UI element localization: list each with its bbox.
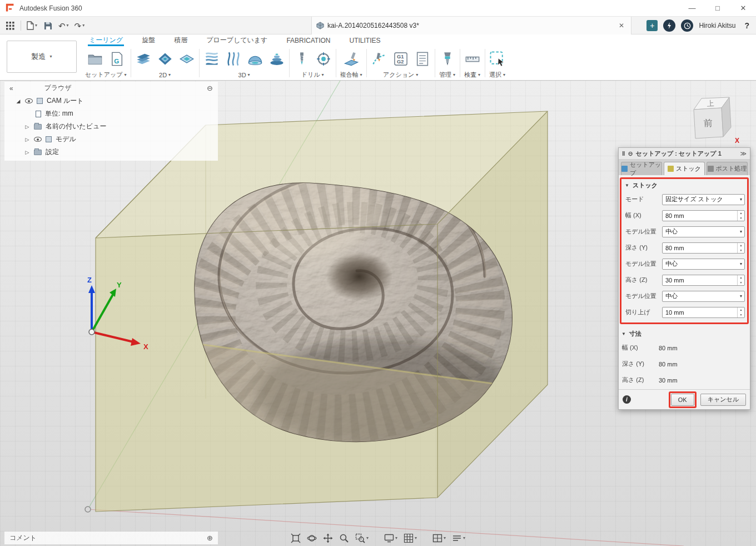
grid-and-snaps-button[interactable]: ▾: [402, 532, 419, 544]
add-comment-icon[interactable]: ⊕: [207, 534, 213, 542]
redo-button[interactable]: ↷ ▾: [73, 18, 87, 33]
drill-button[interactable]: [294, 51, 310, 67]
visibility-eye-icon[interactable]: [34, 137, 42, 142]
close-document-button[interactable]: ✕: [616, 21, 626, 31]
stepper-arrows[interactable]: ▲ ▼: [737, 307, 744, 317]
tab-utilities[interactable]: UTILITIES: [349, 34, 382, 46]
model-position-z-select[interactable]: 中心 ▾: [662, 291, 745, 302]
stepper-arrows[interactable]: ▲ ▼: [737, 243, 744, 253]
app-grid-button[interactable]: [3, 18, 17, 33]
model-position-y-select[interactable]: 中心 ▾: [662, 259, 745, 270]
stock-height-spinner[interactable]: 30 mm ▲ ▼: [662, 275, 745, 286]
expand-arrow-icon[interactable]: ▷: [24, 150, 30, 155]
fit-view-button[interactable]: [289, 532, 302, 544]
save-button[interactable]: [41, 18, 54, 33]
extensions-button[interactable]: [663, 19, 675, 32]
expand-dialog-icon[interactable]: ≫: [740, 150, 747, 157]
section-collapse-icon[interactable]: ▼: [621, 331, 626, 336]
3d-parallel-button[interactable]: [225, 51, 242, 67]
stepper-up-icon[interactable]: ▲: [738, 211, 744, 216]
help-button[interactable]: ?: [741, 21, 753, 30]
tree-item-settings[interactable]: ▷ 設定: [4, 146, 218, 158]
view-cube[interactable]: 上 前 X: [679, 88, 746, 150]
group-label-select[interactable]: 選択 ▾: [489, 71, 505, 79]
job-status-button[interactable]: [681, 19, 693, 32]
group-label-inspect[interactable]: 検査 ▾: [464, 71, 480, 79]
tree-item-cam-root[interactable]: ◢ CAM ルート: [4, 95, 218, 107]
visibility-eye-icon[interactable]: [25, 98, 33, 103]
3d-scallop-button[interactable]: [247, 51, 263, 67]
model-position-x-select[interactable]: 中心 ▾: [662, 226, 745, 237]
stepper-down-icon[interactable]: ▼: [738, 312, 744, 317]
group-label-drill[interactable]: ドリル ▾: [301, 71, 324, 79]
new-tab-button[interactable]: +: [646, 20, 658, 31]
file-menu-button[interactable]: ▾: [25, 18, 39, 33]
stepper-up-icon[interactable]: ▲: [738, 307, 744, 312]
post-process-button[interactable]: G1 G2: [392, 51, 409, 67]
bore-button[interactable]: [315, 51, 332, 67]
dialog-tab-stock[interactable]: ストック: [664, 162, 705, 175]
minimize-browser-icon[interactable]: ⊖: [207, 84, 213, 92]
2d-pocket-button[interactable]: [157, 51, 173, 67]
expand-arrow-icon[interactable]: ▷: [24, 137, 30, 142]
viewports-button[interactable]: ▾: [431, 532, 447, 544]
stepper-down-icon[interactable]: ▼: [738, 216, 744, 221]
workspace-switcher[interactable]: 製造 ▾: [7, 41, 77, 73]
dimensions-section-header[interactable]: ▼ 寸法: [619, 327, 750, 340]
group-label-setup[interactable]: セットアップ ▾: [85, 71, 127, 79]
tab-milling[interactable]: ミーリング: [88, 34, 124, 46]
simulate-button[interactable]: [371, 51, 387, 67]
pan-button[interactable]: [321, 532, 335, 544]
group-label-3d[interactable]: 3D ▾: [238, 71, 250, 79]
expand-arrow-icon[interactable]: ◢: [16, 98, 21, 104]
new-folder-gcode-button[interactable]: G: [108, 51, 125, 67]
tree-item-named-views[interactable]: ▷ 名前の付いたビュー: [4, 120, 218, 133]
group-label-manage[interactable]: 管理 ▾: [439, 71, 455, 79]
comment-bar[interactable]: コメント ⊕: [4, 532, 218, 544]
zoom-window-button[interactable]: ▾: [354, 532, 370, 544]
stock-section-header[interactable]: ▼ ストック: [622, 179, 747, 191]
collapse-dialog-icon[interactable]: ⊖: [628, 150, 633, 157]
close-button[interactable]: ✕: [730, 0, 756, 16]
select-button[interactable]: [489, 51, 506, 67]
document-tab[interactable]: kai-A.20140205162443508 v3* ✕: [311, 17, 631, 34]
stepper-arrows[interactable]: ▲ ▼: [737, 211, 744, 221]
stepper-arrows[interactable]: ▲ ▼: [737, 275, 744, 285]
2d-contour-button[interactable]: [178, 51, 195, 67]
setup-sheet-button[interactable]: [414, 51, 431, 67]
stepper-down-icon[interactable]: ▼: [738, 248, 744, 253]
user-account-button[interactable]: Hiroki Akitsu: [699, 22, 735, 29]
info-icon[interactable]: i: [623, 395, 631, 404]
tab-additive[interactable]: 積層: [173, 34, 188, 46]
measure-button[interactable]: [464, 51, 481, 67]
dialog-header[interactable]: ‖ ⊖ セットアップ : セットアップ 1 ≫: [619, 148, 750, 160]
stepper-up-icon[interactable]: ▲: [738, 275, 744, 280]
zoom-button[interactable]: [337, 532, 351, 544]
group-label-actions[interactable]: アクション ▾: [383, 71, 418, 79]
tab-fabrication[interactable]: FABRICATION: [285, 34, 331, 46]
dialog-tab-post[interactable]: ポスト処理: [707, 162, 748, 175]
display-settings-button[interactable]: ▾: [382, 532, 399, 544]
tree-item-models[interactable]: ▷ モデル: [4, 133, 218, 146]
stock-mode-select[interactable]: 固定サイズ ストック ▾: [662, 194, 745, 205]
stock-depth-spinner[interactable]: 80 mm ▲ ▼: [662, 242, 745, 254]
tab-turning[interactable]: 旋盤: [141, 34, 156, 46]
expand-arrow-icon[interactable]: ▷: [24, 124, 30, 130]
2d-adaptive-button[interactable]: [135, 51, 152, 67]
free-orbit-button[interactable]: [305, 532, 319, 544]
group-label-multiaxis[interactable]: 複合軸 ▾: [340, 71, 362, 79]
3d-viewport[interactable]: Z Y X « ブラウザ ⊖ ◢ CAM ルート 単位: mm ▷: [0, 81, 756, 546]
round-up-spinner[interactable]: 10 mm ▲ ▼: [662, 307, 745, 318]
multiaxis-swarf-button[interactable]: [343, 51, 360, 67]
maximize-button[interactable]: □: [705, 0, 730, 16]
tab-probing[interactable]: プローブしています: [205, 34, 268, 46]
stock-width-spinner[interactable]: 80 mm ▲ ▼: [662, 210, 745, 221]
3d-adaptive-button[interactable]: [203, 51, 220, 67]
minimize-button[interactable]: —: [679, 0, 705, 16]
drag-grip-icon[interactable]: ‖: [622, 150, 625, 157]
tool-library-button[interactable]: [439, 51, 456, 67]
stepper-down-icon[interactable]: ▼: [738, 280, 744, 285]
ok-button[interactable]: OK: [671, 394, 694, 406]
tree-item-units[interactable]: 単位: mm: [4, 107, 218, 120]
stepper-up-icon[interactable]: ▲: [738, 243, 744, 248]
